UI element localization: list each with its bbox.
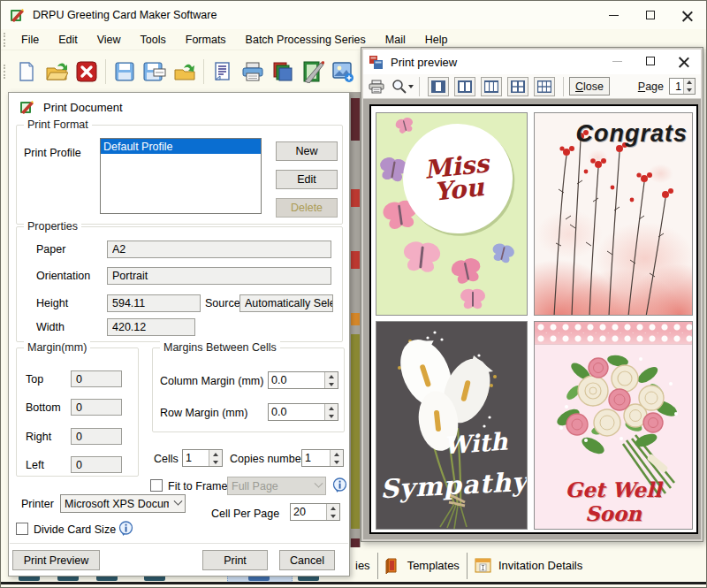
preview-minimize-button[interactable] — [600, 50, 634, 73]
width-label: Width — [36, 321, 65, 333]
cancel-button[interactable]: Cancel — [279, 550, 335, 570]
toolbar-drag-handle[interactable] — [4, 65, 6, 79]
three-page-view-button[interactable] — [481, 77, 502, 96]
copies-input[interactable] — [302, 450, 330, 466]
printer-combobox[interactable]: Microsoft XPS Document — [60, 494, 186, 513]
fit-mode-value: Full Page — [232, 480, 278, 493]
spin-down-button[interactable] — [331, 458, 343, 466]
spin-up-button[interactable] — [684, 79, 695, 87]
menu-batch-processing-series[interactable]: Batch Processing Series — [236, 31, 376, 49]
card-with-sympathy[interactable]: With Sympathy — [376, 321, 528, 530]
minimize-button[interactable] — [595, 1, 632, 29]
spin-up-button[interactable] — [327, 504, 339, 512]
delete-profile-button[interactable]: Delete — [276, 198, 338, 218]
tab-separator — [467, 553, 468, 579]
page-number-input[interactable] — [670, 79, 683, 94]
spin-up-button[interactable] — [331, 450, 343, 458]
new-document-icon[interactable] — [13, 58, 40, 85]
fit-mode-combobox[interactable]: Full Page — [227, 477, 326, 495]
spin-down-button[interactable] — [327, 512, 339, 520]
maximize-button[interactable] — [632, 1, 669, 29]
zoom-icon[interactable] — [392, 79, 407, 94]
print-preview-doc-icon[interactable] — [209, 58, 236, 85]
close-button[interactable] — [669, 1, 706, 29]
bottom-divider-line — [1, 582, 706, 584]
source-field[interactable] — [239, 294, 333, 312]
copies-spinner — [301, 449, 344, 467]
save-as-icon[interactable] — [141, 58, 168, 85]
column-margin-label: Column Margin (mm) — [160, 375, 263, 387]
template-fragment — [351, 98, 360, 141]
edit-profile-button[interactable]: Edit — [276, 170, 338, 189]
margin-right-field[interactable] — [71, 428, 122, 445]
six-page-view-button[interactable] — [534, 77, 555, 96]
fit-to-frame-info-icon[interactable] — [332, 477, 347, 493]
card-miss-you[interactable]: Miss You — [376, 112, 528, 316]
spin-down-button[interactable] — [209, 458, 222, 466]
menu-view[interactable]: View — [87, 31, 131, 49]
spin-down-button[interactable] — [684, 87, 695, 95]
spin-down-button[interactable] — [325, 412, 338, 420]
spin-up-button[interactable] — [325, 372, 338, 380]
width-field[interactable] — [107, 318, 195, 336]
row-margin-input[interactable] — [269, 404, 324, 420]
margin-top-field[interactable] — [71, 370, 122, 387]
card-text-line1: With — [443, 428, 508, 460]
maximize-icon — [646, 11, 655, 19]
print-icon[interactable] — [239, 58, 266, 85]
menu-drag-handle[interactable] — [4, 33, 6, 47]
toolbar-separator — [203, 59, 204, 84]
preview-maximize-button[interactable] — [634, 50, 667, 73]
open-file-icon[interactable] — [43, 58, 70, 85]
two-page-view-button[interactable] — [454, 77, 475, 96]
spin-up-button[interactable] — [209, 450, 222, 458]
spin-down-button[interactable] — [325, 380, 338, 388]
card-get-well-soon[interactable]: Get Well Soon — [534, 321, 693, 530]
margin-right-label: Right — [26, 431, 51, 443]
paper-label: Paper — [36, 243, 65, 256]
profile-list-item-selected[interactable]: Default Profile — [101, 139, 261, 154]
preview-close-button[interactable] — [667, 50, 701, 73]
column-margin-input[interactable] — [269, 372, 324, 388]
four-page-view-button[interactable] — [507, 77, 528, 96]
orientation-field[interactable] — [107, 267, 331, 285]
menu-edit[interactable]: Edit — [49, 31, 87, 49]
fit-to-frame-checkbox[interactable] — [150, 479, 163, 492]
menu-file[interactable]: File — [11, 31, 49, 49]
print-icon[interactable] — [369, 80, 384, 94]
preview-close-toolbar-button[interactable]: Close — [569, 77, 610, 95]
card-designer-icon[interactable] — [300, 58, 326, 85]
insert-image-icon[interactable] — [330, 58, 356, 85]
divide-card-size-checkbox[interactable] — [16, 523, 28, 535]
export-file-icon[interactable] — [171, 58, 198, 85]
save-icon[interactable] — [111, 58, 138, 85]
print-dialog-icon — [19, 100, 34, 115]
spin-up-button[interactable] — [325, 404, 338, 412]
zoom-dropdown-caret[interactable] — [408, 85, 414, 88]
print-button[interactable]: Print — [202, 550, 268, 570]
tab-templates[interactable]: Templates — [385, 557, 460, 574]
butterfly-icon — [398, 237, 445, 279]
menu-tools[interactable]: Tools — [131, 31, 176, 49]
paper-field[interactable] — [107, 241, 331, 258]
divide-card-size-info-icon[interactable] — [118, 521, 133, 536]
cell-per-page-input[interactable] — [291, 504, 326, 520]
one-page-view-button[interactable] — [428, 77, 449, 96]
height-field[interactable] — [107, 294, 201, 312]
tab-invitation-details[interactable]: Invitation Details — [475, 558, 582, 573]
menu-formats[interactable]: Formats — [176, 31, 236, 49]
menu-help[interactable]: Help — [415, 31, 458, 49]
cells-input[interactable] — [183, 450, 209, 466]
divide-card-size-label: Divide Card Size — [34, 523, 116, 536]
print-preview-button[interactable]: Print Preview — [12, 550, 100, 570]
card-congrats[interactable]: Congrats — [534, 112, 693, 316]
template-fragment — [351, 334, 360, 529]
print-profile-listbox[interactable]: Default Profile — [100, 138, 262, 214]
close-file-icon[interactable] — [73, 58, 100, 85]
menu-mail[interactable]: Mail — [376, 31, 415, 49]
margin-left-field[interactable] — [71, 456, 122, 473]
copy-icon[interactable] — [270, 58, 296, 85]
margin-bottom-field[interactable] — [71, 399, 122, 416]
new-profile-button[interactable]: New — [276, 141, 338, 161]
tab-properties-partial[interactable]: ies — [355, 559, 370, 572]
